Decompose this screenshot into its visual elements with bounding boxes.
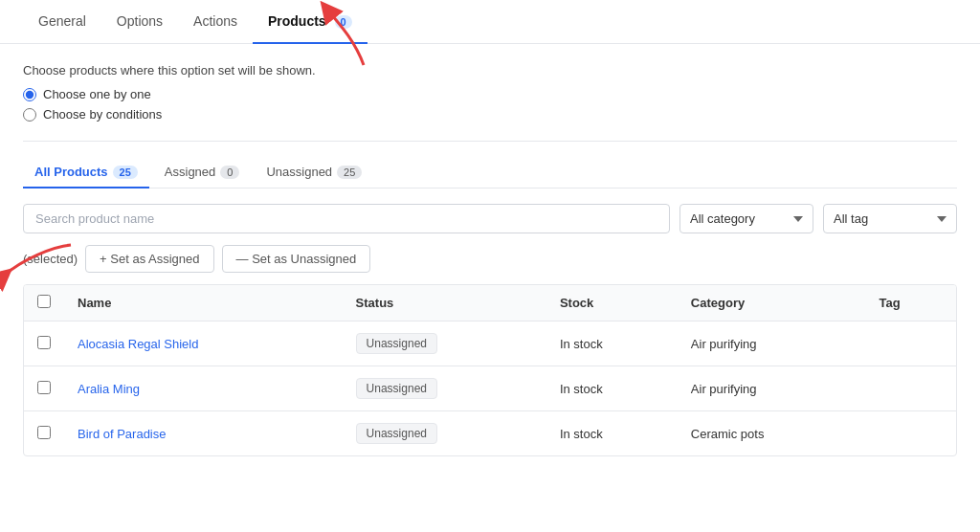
table-header-row: Name Status Stock Category Tag (24, 285, 956, 321)
assigned-count: 0 (220, 166, 239, 179)
sub-tab-unassigned[interactable]: Unassigned 25 (255, 157, 373, 188)
col-category: Category (678, 285, 866, 321)
products-badge: 0 (335, 15, 352, 29)
col-tag: Tag (866, 285, 956, 321)
col-stock: Stock (546, 285, 678, 321)
actions-row: (selected) + Set as Assigned — Set as Un… (23, 245, 957, 273)
row-stock: In stock (546, 366, 678, 411)
table-row: Alocasia Regal Shield Unassigned In stoc… (24, 321, 956, 366)
row-status: Unassigned (343, 366, 546, 411)
unassigned-count: 25 (337, 166, 362, 179)
tab-general[interactable]: General (23, 0, 101, 44)
sub-tab-all[interactable]: All Products 25 (23, 157, 149, 188)
product-link[interactable]: Aralia Ming (78, 382, 140, 396)
row-checkbox-cell (24, 366, 64, 411)
radio-by-conditions-input[interactable] (23, 108, 36, 122)
all-count: 25 (113, 166, 138, 179)
row-stock: In stock (546, 411, 678, 456)
row-category: Air purifying (678, 321, 866, 366)
row-status: Unassigned (343, 321, 546, 366)
set-assigned-button[interactable]: + Set as Assigned (85, 245, 213, 273)
divider (23, 141, 957, 142)
row-checkbox[interactable] (37, 426, 51, 439)
row-checkbox[interactable] (37, 336, 51, 349)
tab-actions[interactable]: Actions (178, 0, 253, 44)
tab-products[interactable]: Products 0 (253, 0, 368, 44)
row-checkbox-cell (24, 411, 64, 456)
col-status: Status (343, 285, 546, 321)
red-arrow-left (0, 235, 80, 293)
products-table-container: Name Status Stock Category Tag Aloc (23, 284, 957, 456)
row-checkbox[interactable] (37, 381, 51, 394)
row-name: Bird of Paradise (64, 411, 343, 456)
tab-options[interactable]: Options (101, 0, 178, 44)
row-name: Alocasia Regal Shield (64, 321, 343, 366)
status-badge: Unassigned (356, 378, 437, 399)
actions-row-wrapper: (selected) + Set as Assigned — Set as Un… (23, 245, 957, 273)
row-status: Unassigned (343, 411, 546, 456)
table-row: Aralia Ming Unassigned In stock Air puri… (24, 366, 956, 411)
select-all-checkbox[interactable] (37, 295, 51, 308)
choose-section: Choose products where this option set wi… (23, 63, 957, 122)
row-checkbox-cell (24, 321, 64, 366)
search-input[interactable] (23, 204, 670, 233)
table-row: Bird of Paradise Unassigned In stock Cer… (24, 411, 956, 456)
row-category: Ceramic pots (678, 411, 866, 456)
radio-one-by-one-input[interactable] (23, 88, 36, 101)
sub-tabs: All Products 25 Assigned 0 Unassigned 25 (23, 157, 957, 188)
tag-select[interactable]: All tag (823, 204, 957, 233)
row-stock: In stock (546, 321, 678, 366)
row-tag (866, 366, 956, 411)
row-category: Air purifying (678, 366, 866, 411)
product-link[interactable]: Alocasia Regal Shield (78, 337, 198, 351)
content-area: Choose products where this option set wi… (0, 44, 980, 476)
status-badge: Unassigned (356, 423, 437, 444)
product-link[interactable]: Bird of Paradise (78, 427, 167, 441)
radio-one-by-one[interactable]: Choose one by one (23, 87, 957, 101)
row-tag (866, 321, 956, 366)
set-unassigned-button[interactable]: — Set as Unassigned (222, 245, 371, 273)
category-select[interactable]: All category (679, 204, 813, 233)
choose-title: Choose products where this option set wi… (23, 63, 957, 78)
row-tag (866, 411, 956, 456)
top-tabs: General Options Actions Products 0 (0, 0, 980, 44)
products-table: Name Status Stock Category Tag Aloc (24, 285, 956, 455)
radio-group: Choose one by one Choose by conditions (23, 87, 957, 122)
status-badge: Unassigned (356, 333, 437, 354)
filters-row: All category All tag (23, 204, 957, 233)
radio-by-conditions[interactable]: Choose by conditions (23, 107, 957, 122)
page-wrapper: General Options Actions Products 0 Choos… (0, 0, 980, 532)
col-name: Name (64, 285, 343, 321)
sub-tab-assigned[interactable]: Assigned 0 (153, 157, 252, 188)
row-name: Aralia Ming (64, 366, 343, 411)
page-container: General Options Actions Products 0 Choos… (0, 0, 980, 532)
